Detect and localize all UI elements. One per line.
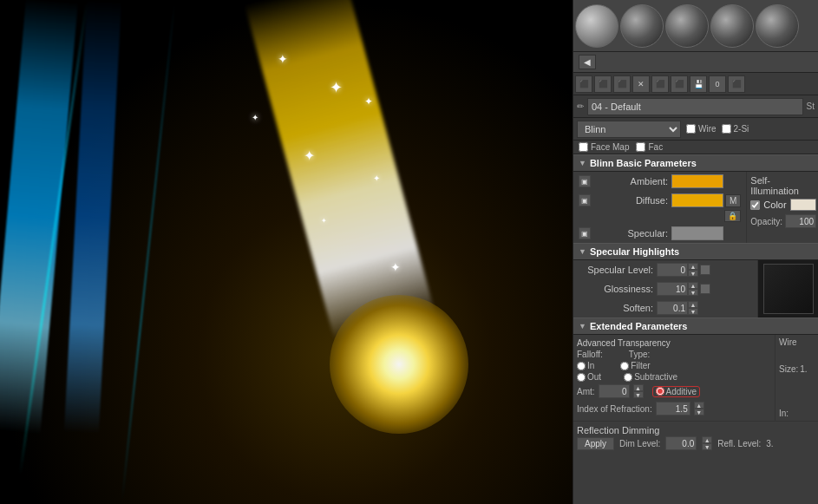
self-illum-col: Self-Illumination Color Opacity: [746,172,818,243]
ior-spinner: ▲ ▼ [694,402,704,416]
glossiness-map[interactable] [700,284,710,294]
diffuse-m-button[interactable]: M [725,194,741,207]
glossiness-input[interactable] [657,282,688,296]
lock-button[interactable]: 🔒 [724,210,741,222]
glow-center [330,295,468,434]
specular-title: Specular Highlights [590,246,679,257]
spec-level-spinner: ▲ ▼ [688,263,698,277]
star-3: ✦ [252,113,258,122]
mat-ball-2[interactable] [620,4,664,48]
soften-spinner: ▲ ▼ [688,301,698,315]
spec-level-input[interactable] [657,263,688,277]
dim-level-label: Dim Level: [619,439,660,448]
reflection-dimming-title: Reflection Dimming [577,424,815,436]
ior-input[interactable] [656,402,690,416]
spec-level-down[interactable]: ▼ [688,270,698,277]
opacity-label: Opacity: [750,217,782,226]
size-row: Size: 1. [779,364,815,374]
spec-level-row: Specular Level: ▲ ▼ [573,260,757,279]
tool-btn-6[interactable]: ⬛ [671,75,688,93]
pencil-icon: ✏ [577,101,584,111]
self-illum-title: Self-Illumination [750,175,816,196]
face-cull-label: Fac [648,142,663,152]
subtractive-radio[interactable] [624,373,632,382]
lock-row: 🔒 [573,210,746,224]
tool-btn-2[interactable]: ⬛ [594,75,612,93]
specular-thumb-area [757,260,818,317]
dim-level-input[interactable] [665,436,697,450]
self-illum-color-label: Color [763,200,786,210]
mat-ball-5[interactable] [756,4,799,48]
section-blinn-basic[interactable]: ▼ Blinn Basic Parameters [573,154,818,172]
ambient-color-swatch[interactable] [671,174,723,188]
amt-input[interactable] [599,384,630,398]
mat-ball-3[interactable] [665,4,709,48]
diffuse-color-swatch[interactable] [671,193,723,207]
beam-yellow [245,0,435,340]
diffuse-map-btn[interactable]: ▣ [579,194,591,206]
glossiness-down[interactable]: ▼ [688,289,698,296]
in-radio[interactable] [577,362,586,370]
shader-select[interactable]: Blinn [577,121,681,138]
apply-button[interactable]: Apply [577,437,614,450]
filter-radio[interactable] [620,362,629,370]
3d-viewport[interactable]: ✦ ✦ ✦ ✦ ✦ ✦ ✦ ✦ [0,0,573,504]
soften-input[interactable] [657,301,688,315]
dim-down[interactable]: ▼ [702,443,712,450]
material-name-input[interactable] [587,98,803,115]
two-sided-checkbox[interactable] [722,124,731,134]
filter-label: Filter [631,361,650,370]
wire-checkbox[interactable] [686,124,696,134]
self-illum-color-swatch[interactable] [790,199,816,211]
face-cull-checkbox[interactable] [636,142,645,152]
collapse-button[interactable]: ◀ [579,55,596,69]
section-extended[interactable]: ▼ Extended Parameters [573,317,818,335]
mat-ball-1[interactable] [575,4,618,48]
toolbar: ⬛ ⬛ ⬛ ✕ ⬛ ⬛ 💾 0 ⬛ [573,73,818,95]
spec-level-map[interactable] [700,265,710,275]
opacity-input[interactable] [785,214,816,228]
face-map-row: Face Map Fac [573,141,818,154]
spec-level-up[interactable]: ▲ [688,263,698,270]
amt-down[interactable]: ▼ [633,391,644,398]
ior-row: Index of Refraction: ▲ ▼ [577,400,771,417]
soften-row: Soften: ▲ ▼ [573,298,757,317]
wire-col-label: Wire [779,337,815,347]
ior-up[interactable]: ▲ [694,402,704,409]
beam-blue-left [0,0,78,435]
self-illum-color-checkbox[interactable] [750,200,760,210]
glossiness-up[interactable]: ▲ [688,282,698,289]
mat-ball-4[interactable] [710,4,754,48]
amt-up[interactable]: ▲ [633,384,644,391]
amt-label: Amt: [577,387,595,396]
falloff-type-row: Falloff: Type: [577,349,771,360]
additive-label: Additive [666,387,697,396]
specular-color-swatch[interactable] [671,226,723,240]
panel-content[interactable]: ▼ Blinn Basic Parameters ▣ Ambient: ▣ Di… [573,154,818,504]
amt-spinner: ▲ ▼ [633,384,644,398]
soften-down[interactable]: ▼ [688,308,698,315]
amt-additive-row: Amt: ▲ ▼ Additive [577,383,771,400]
reflection-row: Apply Dim Level: ▲ ▼ Refl. Level: 3. [577,436,815,450]
face-map-checkbox[interactable] [579,142,588,152]
tool-btn-5[interactable]: ⬛ [651,75,669,93]
out-radio[interactable] [577,373,586,382]
tool-btn-8[interactable]: 0 [709,75,726,93]
section-specular[interactable]: ▼ Specular Highlights [573,243,818,260]
tool-btn-save[interactable]: 💾 [690,75,707,93]
self-illum-color-row: Color [750,199,816,211]
ambient-map-btn[interactable]: ▣ [579,175,591,187]
star-1: ✦ [278,52,288,66]
tool-btn-3[interactable]: ⬛ [613,75,631,93]
specular-map-btn[interactable]: ▣ [579,227,591,239]
specular-label: Specular: [593,228,671,239]
ior-down[interactable]: ▼ [694,409,704,416]
glossiness-spinner: ▲ ▼ [688,282,698,296]
tool-btn-1[interactable]: ⬛ [575,75,592,93]
section-arrow-extended: ▼ [579,322,586,331]
soften-up[interactable]: ▲ [688,301,698,308]
tool-btn-delete[interactable]: ✕ [632,75,650,93]
tool-btn-9[interactable]: ⬛ [728,75,745,93]
additive-radio[interactable] [656,387,664,396]
dim-up[interactable]: ▲ [702,436,712,443]
